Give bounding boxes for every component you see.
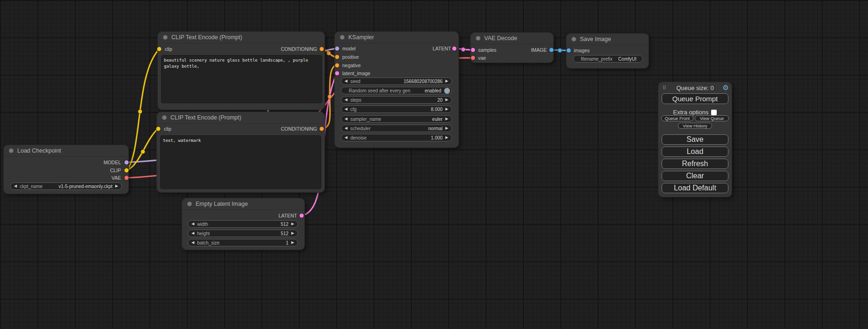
input-label-vae: vae [478, 55, 486, 61]
node-load-checkpoint[interactable]: Load Checkpoint MODEL CLIP VAE ◀ ckpt_na… [4, 145, 128, 194]
load-default-button[interactable]: Load Default [662, 183, 728, 193]
decrement-arrow-icon[interactable]: ◀ [345, 115, 347, 123]
increment-arrow-icon[interactable]: ▶ [445, 77, 448, 85]
image-output-dot[interactable] [550, 48, 554, 52]
extra-options-checkbox[interactable] [711, 110, 717, 115]
view-queue-button[interactable]: View Queue [695, 115, 729, 121]
node-title-bar[interactable]: Load Checkpoint [4, 145, 128, 157]
prompt-text-area[interactable]: beautiful scenery nature glass bottle la… [161, 55, 322, 103]
decrement-arrow-icon[interactable]: ◀ [191, 239, 194, 246]
widget-value: 156680208700286 [403, 79, 442, 84]
clip-input-dot[interactable] [156, 127, 161, 131]
conditioning-output-dot[interactable] [320, 127, 324, 131]
settings-gear-icon[interactable]: ⚙ [723, 84, 729, 91]
increment-arrow-icon[interactable]: ▶ [445, 96, 448, 104]
latent-output-dot[interactable] [452, 47, 457, 51]
filename-prefix-widget[interactable]: filename_prefix ComfyUI [573, 55, 643, 63]
node-clip-text-encode-negative[interactable]: CLIP Text Encode (Prompt) clip CONDITION… [157, 112, 325, 192]
queue-panel[interactable]: ⠿ Queue size: 0 ⚙ Queue Prompt Extra opt… [658, 82, 732, 197]
increment-arrow-icon[interactable]: ▶ [291, 220, 294, 228]
latent-output-dot[interactable] [300, 214, 304, 218]
link-midpoint-dot[interactable] [138, 110, 142, 114]
decrement-arrow-icon[interactable]: ◀ [191, 230, 194, 237]
toggle-indicator[interactable] [444, 88, 450, 94]
node-clip-text-encode-positive[interactable]: CLIP Text Encode (Prompt) clip CONDITION… [158, 32, 325, 110]
node-title: CLIP Text Encode (Prompt) [170, 112, 241, 123]
ckpt-name-widget[interactable]: ◀ ckpt_name v1-5-pruned-emaonly.ckpt ▶ [10, 182, 122, 190]
widget-label: denoise [350, 135, 367, 140]
increment-arrow-icon[interactable]: ▶ [445, 115, 448, 123]
increment-arrow-icon[interactable]: ▶ [291, 239, 294, 246]
decrement-arrow-icon[interactable]: ◀ [345, 134, 347, 141]
load-button[interactable]: Load [662, 147, 728, 157]
widget-value: normal [428, 126, 443, 131]
increment-arrow-icon[interactable]: ▶ [445, 134, 448, 141]
link-midpoint-dot[interactable] [558, 49, 562, 53]
prompt-text-area[interactable]: text, watermark [160, 135, 321, 189]
queue-prompt-button[interactable]: Queue Prompt [662, 93, 728, 104]
random-seed-toggle-widget[interactable]: Random seed after every gen enabled [341, 87, 452, 94]
node-title: VAE Decode [484, 33, 517, 44]
view-history-button[interactable]: View History [678, 123, 712, 129]
steps-widget[interactable]: ◀ steps 20 ▶ [341, 96, 452, 104]
clip-output-dot[interactable] [125, 168, 129, 173]
seed-widget[interactable]: ◀ seed 156680208700286 ▶ [341, 77, 452, 85]
scheduler-widget[interactable]: ◀ scheduler normal ▶ [341, 125, 452, 132]
save-button[interactable]: Save [662, 134, 728, 145]
decrement-arrow-icon[interactable]: ◀ [345, 125, 347, 132]
node-graph-canvas[interactable]: Load Checkpoint MODEL CLIP VAE ◀ ckpt_na… [0, 0, 868, 329]
widget-label: ckpt_name [20, 184, 42, 189]
decrement-arrow-icon[interactable]: ◀ [345, 96, 347, 104]
link-midpoint-dot[interactable] [461, 48, 466, 52]
conditioning-output-dot[interactable] [320, 47, 324, 51]
model-output-dot[interactable] [125, 161, 129, 165]
increment-arrow-icon[interactable]: ▶ [291, 230, 294, 237]
link-midpoint-dot[interactable] [141, 150, 145, 154]
node-title-bar[interactable]: CLIP Text Encode (Prompt) [158, 32, 325, 43]
denoise-widget[interactable]: ◀ denoise 1.000 ▶ [341, 134, 452, 141]
vae-input-dot[interactable] [471, 56, 475, 60]
width-widget[interactable]: ◀ width 512 ▶ [188, 220, 298, 228]
decrement-arrow-icon[interactable]: ◀ [191, 220, 194, 228]
widget-value: euler [432, 117, 443, 122]
decrement-arrow-icon[interactable]: ◀ [14, 182, 17, 190]
node-title-bar[interactable]: Empty Latent Image [182, 198, 304, 210]
queue-front-button[interactable]: Queue Front [661, 115, 693, 121]
clear-button[interactable]: Clear [662, 171, 728, 181]
batch-size-widget[interactable]: ◀ batch_size 1 ▶ [188, 239, 298, 246]
cfg-widget[interactable]: ◀ cfg 8.000 ▶ [341, 105, 452, 113]
images-input-dot[interactable] [567, 49, 571, 53]
increment-arrow-icon[interactable]: ▶ [445, 125, 448, 132]
node-status-dot [187, 202, 192, 206]
node-vae-decode[interactable]: VAE Decode samples vae IMAGE [471, 33, 553, 63]
refresh-button[interactable]: Refresh [662, 159, 728, 169]
node-ksampler[interactable]: KSampler model positive negative latent_… [335, 32, 459, 147]
decrement-arrow-icon[interactable]: ◀ [345, 105, 347, 113]
increment-arrow-icon[interactable]: ▶ [445, 105, 448, 113]
node-title-bar[interactable]: VAE Decode [471, 33, 553, 44]
increment-arrow-icon[interactable]: ▶ [115, 182, 118, 190]
node-title-bar[interactable]: KSampler [335, 32, 459, 43]
vae-output-dot[interactable] [125, 176, 129, 180]
link-midpoint-dot[interactable] [327, 51, 331, 56]
height-widget[interactable]: ◀ height 512 ▶ [188, 230, 298, 237]
input-label-images: images [574, 48, 590, 53]
node-save-image[interactable]: Save Image images filename_prefix ComfyU… [566, 34, 649, 68]
model-input-dot[interactable] [335, 47, 339, 51]
negative-input-dot[interactable] [335, 63, 339, 68]
link-midpoint-dot[interactable] [328, 95, 332, 99]
input-label-model: model [342, 46, 356, 51]
node-title-bar[interactable]: CLIP Text Encode (Prompt) [157, 112, 325, 124]
node-title-bar[interactable]: Save Image [566, 34, 649, 45]
samples-input-dot[interactable] [471, 48, 475, 52]
output-label-conditioning: CONDITIONING [281, 126, 317, 132]
positive-input-dot[interactable] [335, 55, 339, 59]
input-label-latent-image: latent_image [342, 70, 370, 76]
latent-image-input-dot[interactable] [335, 71, 339, 76]
decrement-arrow-icon[interactable]: ◀ [345, 77, 347, 85]
clip-input-dot[interactable] [157, 47, 162, 51]
node-empty-latent-image[interactable]: Empty Latent Image LATENT ◀ width 512 ▶ … [182, 198, 304, 250]
input-label-clip: clip [165, 46, 172, 52]
sampler-name-widget[interactable]: ◀ sampler_name euler ▶ [341, 115, 452, 123]
node-status-dot [340, 35, 345, 40]
